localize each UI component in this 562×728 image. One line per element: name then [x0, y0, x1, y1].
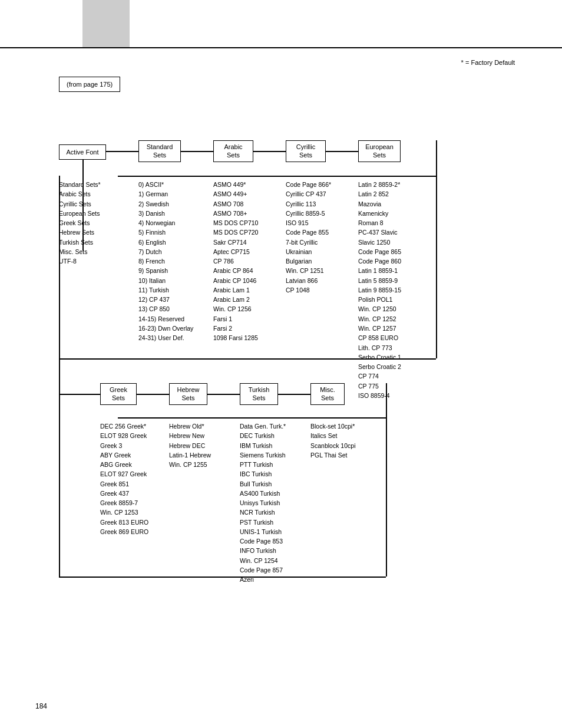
eurset-item: Slavic 1250	[358, 238, 426, 247]
turkish-item: Data Gen. Turk.*	[240, 421, 308, 431]
turkish-item: UNIS-1 Turkish	[240, 527, 308, 536]
hebrew-item: Hebrew New	[169, 431, 228, 440]
eurset-item: Lith. CP 773	[358, 343, 426, 353]
eurset-item: Polish POL1	[358, 295, 426, 304]
eurset-item: Win. CP 1250	[358, 304, 426, 314]
ss-item: 11) Turkish	[138, 285, 203, 295]
turkish-item: IBM Turkish	[240, 441, 308, 450]
ss-item: 10) Italian	[138, 276, 203, 285]
ss-item: 2) Swedish	[138, 199, 203, 209]
as-item: ASMO 708+	[213, 209, 278, 218]
cyrset-item: Code Page 855	[286, 228, 348, 237]
turkish-item: Code Page 853	[240, 536, 308, 546]
as-item: MS DOS CP720	[213, 228, 278, 237]
eurset-item: Code Page 865	[358, 247, 426, 256]
as-item: Farsi 1	[213, 314, 278, 324]
as-item: ASMO 449*	[213, 180, 278, 189]
from-page-box: (from page 175)	[59, 77, 120, 92]
as-item: Win. CP 1256	[213, 304, 278, 314]
line-af-to-ss	[106, 151, 138, 152]
left-list-item: Cyrillic Sets	[59, 199, 118, 209]
ss-item: 6) English	[138, 238, 203, 247]
eurset-item: CP 858 EURO	[358, 333, 426, 342]
top-section-right-border	[436, 140, 437, 358]
greek-item: Greek 8859-7	[100, 498, 165, 508]
ss-item: 13) CP 850	[138, 304, 203, 314]
cyrset-item: Cyrillic CP 437	[286, 189, 348, 199]
eurset-item: Latin 2 852	[358, 189, 426, 199]
misc-item: Italics Set	[310, 431, 375, 440]
arabic-sets-col: ASMO 449* ASMO 449+ ASMO 708 ASMO 708+ M…	[213, 180, 278, 343]
left-list-item: Arabic Sets	[59, 189, 118, 199]
line-cs-to-es	[326, 151, 358, 152]
as-item: Arabic CP 864	[213, 266, 278, 275]
as-item: Arabic Lam 2	[213, 295, 278, 304]
cyrset-item: Bulgarian	[286, 256, 348, 266]
cyrset-item: Cyrillic 113	[286, 199, 348, 209]
eurset-item: Code Page 860	[358, 256, 426, 266]
eurset-item: ISO 8859-4	[358, 391, 426, 400]
as-item: Sakr CP714	[213, 238, 278, 247]
ss-item: 4) Norwegian	[138, 218, 203, 228]
as-item: Farsi 2	[213, 324, 278, 333]
greek-item: ELOT 928 Greek	[100, 431, 165, 440]
as-item: CP 786	[213, 256, 278, 266]
cyrset-item: Ukrainian	[286, 247, 348, 256]
page-number: 184	[35, 702, 47, 710]
turkish-item: Unisys Turkish	[240, 498, 308, 508]
box-hebrew-sets: HebrewSets	[169, 383, 207, 405]
greek-item: Win. CP 1253	[100, 508, 165, 517]
diagram-wrapper: Active Font StandardSets ArabicSets Cyri…	[59, 121, 542, 651]
ss-item: 24-31) User Def.	[138, 333, 203, 342]
turkish-item: NCR Turkish	[240, 508, 308, 517]
ss-item: 14-15) Reserved	[138, 314, 203, 324]
bottom-connect-h	[59, 358, 77, 360]
turkish-item: PTT Turkish	[240, 460, 308, 469]
hline-greek-hebrew	[137, 394, 169, 395]
greek-item: Greek 869 EURO	[100, 527, 165, 536]
bottom-section-bottom-border	[59, 577, 386, 578]
greek-sets-col: DEC 256 Greek* ELOT 928 Greek Greek 3 AB…	[100, 421, 165, 536]
hline-to-greek	[59, 394, 100, 395]
as-item: MS DOS CP710	[213, 218, 278, 228]
left-list-item: UTF-8	[59, 256, 118, 266]
line-as-to-cs	[253, 151, 286, 152]
ss-item: 1) German	[138, 189, 203, 199]
turkish-item: Bull Turkish	[240, 479, 308, 489]
cyrset-item: CP 1048	[286, 285, 348, 295]
eurset-item: Win. CP 1257	[358, 324, 426, 333]
left-list-item: Greek Sets	[59, 218, 118, 228]
eurset-item: Latin 5 8859-9	[358, 276, 426, 285]
greek-item: Greek 851	[100, 479, 165, 489]
left-list-item: European Sets	[59, 209, 118, 218]
misc-sets-col: Block-set 10cpi* Italics Set Scanblock 1…	[310, 421, 375, 460]
turkish-sets-col: Data Gen. Turk.* DEC Turkish IBM Turkish…	[240, 421, 308, 585]
hebrew-item: Latin-1 Hebrew	[169, 450, 228, 460]
eurset-item: Latin 2 8859-2*	[358, 180, 426, 189]
turkish-item: Win. CP 1254	[240, 556, 308, 565]
as-item: ASMO 449+	[213, 189, 278, 199]
left-list-item: Misc. Sets	[59, 247, 118, 256]
top-section-bottom-border	[59, 358, 436, 360]
hebrew-item: Hebrew DEC	[169, 441, 228, 450]
cyrset-item: Latvian 866	[286, 276, 348, 285]
bottom-left-vline	[59, 358, 60, 394]
turkish-item: INFO Turkish	[240, 546, 308, 555]
eurset-item: CP 774	[358, 371, 426, 381]
greek-item: ABY Greek	[100, 450, 165, 460]
bottom-section-top-border	[118, 417, 386, 419]
cyrset-item: 7-bit Cyrillic	[286, 238, 348, 247]
greek-item: ABG Greek	[100, 460, 165, 469]
left-list-item: Hebrew Sets	[59, 228, 118, 237]
turkish-item: Code Page 857	[240, 565, 308, 575]
factory-default-note: * = Factory Default	[461, 59, 515, 66]
turkish-item: Siemens Turkish	[240, 450, 308, 460]
greek-item: ELOT 927 Greek	[100, 469, 165, 479]
cyrset-item: Win. CP 1251	[286, 266, 348, 275]
left-list-item: Standard Sets*	[59, 180, 118, 189]
box-cyrillic-sets: CyrillicSets	[286, 140, 326, 162]
top-section-top-border	[118, 176, 436, 177]
ss-item: 0) ASCII*	[138, 180, 203, 189]
eurset-item: Kamenicky	[358, 209, 426, 218]
as-item: Arabic CP 1046	[213, 276, 278, 285]
